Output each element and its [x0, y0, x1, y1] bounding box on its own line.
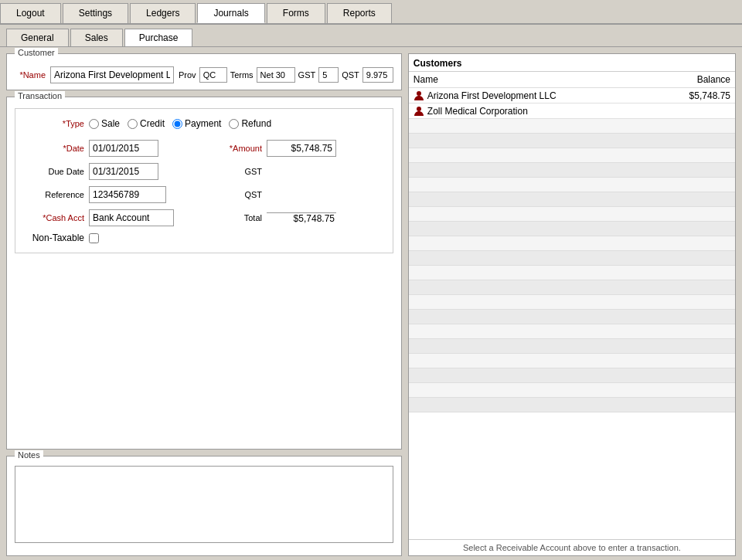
qst-value: 9.975 [362, 67, 393, 83]
list-item [409, 207, 735, 222]
svg-point-0 [417, 91, 421, 96]
radio-group: Sale Credit Payment Refund [89, 118, 271, 129]
customer-name-label: *Name [15, 70, 46, 80]
person-icon [414, 90, 424, 101]
amount-input[interactable] [267, 140, 336, 157]
customer-balance: $5,748.75 [689, 90, 730, 101]
right-panel: Customers Name Balance Arizona First Dev… [408, 53, 736, 556]
list-item [409, 178, 735, 192]
customer-name-cell: Zoll Medical Corporation [414, 106, 528, 117]
due-date-label: Due Date [26, 167, 84, 176]
qst-label: QST [342, 70, 359, 80]
terms-label: Terms [230, 70, 254, 80]
list-item[interactable]: Zoll Medical Corporation [409, 104, 735, 119]
customers-panel: Customers Name Balance Arizona First Dev… [408, 53, 736, 556]
notes-group: Notes [6, 456, 402, 556]
list-item [409, 148, 735, 163]
customer-name-cell: Arizona First Development LLC [414, 90, 556, 101]
qst-amount-input[interactable] [267, 186, 336, 203]
customers-footer: Select a Receivable Account above to ent… [409, 539, 735, 555]
radio-refund-input[interactable] [229, 119, 239, 129]
type-row: *Type Sale Credit Payment Refund [26, 118, 382, 129]
customers-col-header: Name Balance [409, 72, 735, 88]
radio-sale-input[interactable] [89, 119, 99, 129]
tab-forms[interactable]: Forms [267, 3, 325, 23]
col-balance: Balance [697, 74, 730, 85]
radio-credit[interactable]: Credit [128, 118, 165, 129]
list-item [409, 368, 735, 383]
list-item [409, 163, 735, 178]
customers-list: Arizona First Development LLC $5,748.75 … [409, 88, 735, 539]
list-item [409, 383, 735, 398]
list-item [409, 192, 735, 207]
customer-name: Arizona First Development LLC [427, 90, 556, 101]
prov-label: Prov [179, 70, 196, 80]
person-icon [414, 106, 424, 117]
gst-amount-input[interactable] [267, 163, 336, 180]
radio-refund[interactable]: Refund [229, 118, 271, 129]
qst-field-label: QST [204, 190, 262, 199]
radio-payment[interactable]: Payment [172, 118, 221, 129]
tab-journals[interactable]: Journals [197, 3, 264, 23]
main-content: Customer *Name Prov QC Terms Net 30 GST … [0, 47, 742, 560]
list-item [409, 251, 735, 266]
list-item [409, 354, 735, 368]
tab-sales[interactable]: Sales [70, 29, 123, 46]
list-item [409, 236, 735, 251]
customer-group: Customer *Name Prov QC Terms Net 30 GST … [6, 53, 402, 90]
tab-general[interactable]: General [6, 29, 69, 46]
radio-payment-input[interactable] [172, 119, 182, 129]
svg-point-1 [417, 107, 421, 111]
list-item [409, 324, 735, 339]
due-date-input[interactable] [89, 163, 158, 180]
total-value: $5,748.75 [267, 212, 336, 224]
date-input[interactable] [89, 140, 158, 157]
non-taxable-row: Non-Taxable [26, 232, 382, 243]
terms-value: Net 30 [257, 67, 295, 83]
notes-textarea[interactable] [15, 466, 393, 543]
transaction-group-title: Transaction [15, 91, 65, 100]
customers-title: Customers [409, 54, 735, 72]
type-label: *Type [26, 119, 84, 128]
date-label: *Date [26, 144, 84, 153]
tab-purchase[interactable]: Purchase [124, 29, 193, 46]
radio-refund-label: Refund [241, 118, 271, 129]
list-item [409, 339, 735, 354]
list-item [409, 119, 735, 134]
cash-acct-label: *Cash Acct [26, 213, 84, 222]
customer-name: Zoll Medical Corporation [427, 106, 528, 117]
radio-payment-label: Payment [185, 118, 221, 129]
radio-sale-label: Sale [101, 118, 120, 129]
tab-logout[interactable]: Logout [0, 3, 61, 23]
gst-field-label: GST [204, 167, 262, 176]
total-label: Total [204, 213, 262, 222]
top-nav: Logout Settings Ledgers Journals Forms R… [0, 0, 742, 25]
radio-sale[interactable]: Sale [89, 118, 120, 129]
radio-credit-input[interactable] [128, 119, 138, 129]
col-name: Name [414, 74, 438, 85]
reference-input[interactable] [89, 186, 166, 203]
list-item [409, 266, 735, 280]
list-item [409, 310, 735, 324]
list-item [409, 134, 735, 148]
sub-nav: General Sales Purchase [0, 25, 742, 47]
cash-acct-input[interactable] [89, 209, 174, 226]
non-taxable-checkbox[interactable] [89, 233, 99, 243]
radio-credit-label: Credit [140, 118, 165, 129]
transaction-group: Transaction *Type Sale Credit Payment [6, 97, 402, 450]
customer-name-input[interactable] [50, 66, 174, 83]
customer-group-title: Customer [15, 48, 58, 57]
prov-value: QC [199, 67, 227, 83]
reference-label: Reference [26, 190, 84, 199]
gst-label: GST [298, 70, 316, 80]
list-item[interactable]: Arizona First Development LLC $5,748.75 [409, 88, 735, 104]
list-item [409, 398, 735, 412]
customer-meta: Prov QC Terms Net 30 GST 5 QST 9.975 [179, 67, 393, 83]
tab-settings[interactable]: Settings [63, 3, 128, 23]
list-item [409, 295, 735, 310]
list-item [409, 280, 735, 295]
list-item [409, 222, 735, 236]
amount-label: *Amount [204, 144, 262, 153]
tab-reports[interactable]: Reports [327, 3, 392, 23]
tab-ledgers[interactable]: Ledgers [130, 3, 196, 23]
